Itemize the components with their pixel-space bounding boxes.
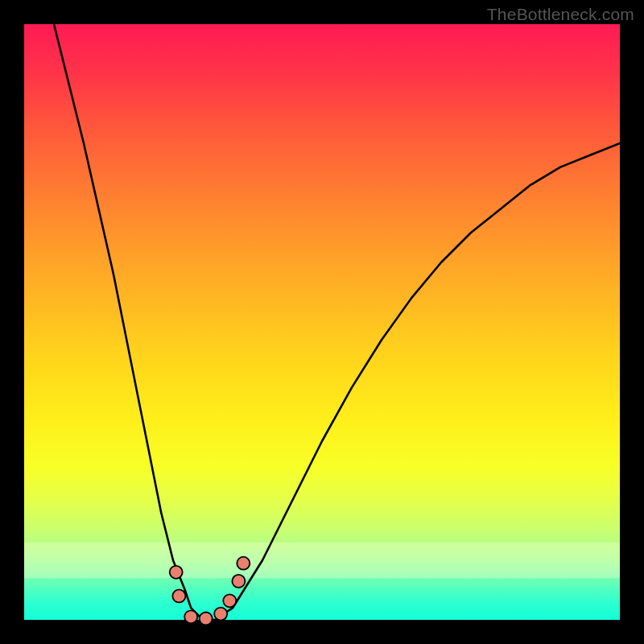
plot-svg: [24, 24, 620, 620]
svg-point-2: [172, 589, 185, 602]
svg-point-8: [237, 557, 250, 570]
svg-rect-0: [24, 543, 620, 578]
watermark-text: TheBottleneck.com: [487, 5, 634, 24]
svg-point-4: [200, 613, 213, 625]
chart-frame: TheBottleneck.com: [0, 0, 644, 644]
svg-point-6: [223, 594, 236, 607]
svg-point-7: [232, 575, 245, 588]
svg-point-5: [214, 608, 227, 621]
svg-point-3: [184, 610, 197, 623]
svg-point-1: [170, 566, 183, 579]
plot-area: [24, 24, 620, 620]
